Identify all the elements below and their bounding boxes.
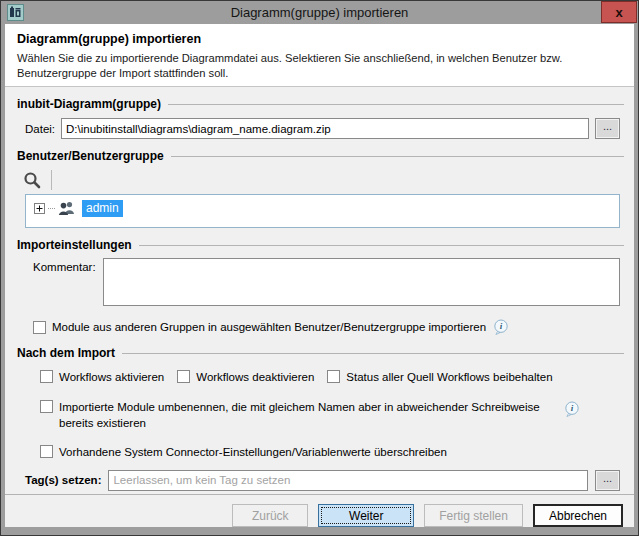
comment-textarea[interactable] xyxy=(103,258,620,306)
tags-label: Tag(s) setzen: xyxy=(25,474,101,486)
expand-icon[interactable] xyxy=(34,203,45,214)
workflows-activate-checkbox[interactable] xyxy=(40,370,53,383)
workflows-deactivate-checkbox[interactable] xyxy=(177,370,190,383)
overwrite-settings-checkbox[interactable] xyxy=(40,445,53,458)
tree-connector xyxy=(48,208,55,209)
tags-input[interactable] xyxy=(108,470,588,491)
search-icon[interactable] xyxy=(23,171,42,190)
tags-browse-button[interactable]: ... xyxy=(595,470,620,491)
finish-button[interactable]: Fertig stellen xyxy=(424,504,523,527)
button-bar: Zurück Weiter Fertig stellen Abbrechen xyxy=(5,494,634,527)
group-title-user: Benutzer/Benutzergruppe xyxy=(17,148,624,163)
info-icon[interactable]: i xyxy=(492,319,511,336)
next-button[interactable]: Weiter xyxy=(318,504,414,527)
file-path-input[interactable] xyxy=(61,118,589,139)
inubit-app-icon xyxy=(7,4,24,21)
dialog-content: Diagramm(gruppe) importieren Wählen Sie … xyxy=(5,24,634,527)
tree-row-admin[interactable]: admin xyxy=(34,200,123,217)
group-title-diagram: inubit-Diagramm(gruppe) xyxy=(17,96,624,111)
window-title: Diagramm(gruppe) importieren xyxy=(1,5,638,20)
group-rule xyxy=(168,104,624,105)
close-icon: x xyxy=(615,6,622,19)
module-import-label: Module aus anderen Gruppen in ausgewählt… xyxy=(52,321,486,333)
import-dialog-window: Diagramm(gruppe) importieren x Diagramm(… xyxy=(0,0,639,536)
overwrite-settings-label: Vorhandene System Connector-Einstellunge… xyxy=(59,446,447,458)
comment-label: Kommentar: xyxy=(33,261,96,273)
info-icon[interactable]: i xyxy=(563,401,582,418)
group-rule xyxy=(139,245,624,246)
workflows-deactivate-option: Workflows deaktivieren xyxy=(177,370,314,383)
user-search-toolbar xyxy=(23,168,620,192)
workflow-options-row: Workflows aktivieren Workflows deaktivie… xyxy=(40,368,620,385)
overwrite-settings-row: Vorhandene System Connector-Einstellunge… xyxy=(40,443,620,460)
close-button[interactable]: x xyxy=(601,1,637,23)
page-title: Diagramm(gruppe) importieren xyxy=(17,32,624,46)
wizard-header: Diagramm(gruppe) importieren Wählen Sie … xyxy=(5,24,634,87)
user-group-icon xyxy=(58,201,76,216)
keep-status-option: Status aller Quell Workflows beibehalten xyxy=(327,370,552,383)
titlebar: Diagramm(gruppe) importieren x xyxy=(1,1,638,24)
group-rule xyxy=(171,156,624,157)
file-browse-button[interactable]: ... xyxy=(595,118,620,139)
toolbar-separator xyxy=(51,170,52,190)
rename-modules-label: Importierte Module umbenennen, die mit g… xyxy=(59,400,557,431)
workflows-activate-option: Workflows aktivieren xyxy=(40,370,164,383)
group-title-after-import: Nach dem Import xyxy=(17,345,624,360)
rename-modules-checkbox[interactable] xyxy=(40,400,53,413)
file-row: Datei: ... xyxy=(25,118,620,139)
comment-row: Kommentar: xyxy=(33,258,620,306)
file-label: Datei: xyxy=(25,123,55,135)
back-button[interactable]: Zurück xyxy=(232,504,308,527)
tree-node-label[interactable]: admin xyxy=(82,200,123,217)
keep-status-checkbox[interactable] xyxy=(327,370,340,383)
group-rule xyxy=(122,353,624,354)
user-tree: admin xyxy=(25,194,620,228)
rename-modules-row: Importierte Module umbenennen, die mit g… xyxy=(40,400,620,431)
cancel-button[interactable]: Abbrechen xyxy=(533,504,623,527)
page-description: Wählen Sie die zu importierende Diagramm… xyxy=(17,51,624,80)
group-title-import-settings: Importeinstellungen xyxy=(17,237,624,252)
tags-row: Tag(s) setzen: ... xyxy=(25,469,620,491)
module-import-checkbox[interactable] xyxy=(33,321,46,334)
module-import-row: Module aus anderen Gruppen in ausgewählt… xyxy=(33,318,620,336)
